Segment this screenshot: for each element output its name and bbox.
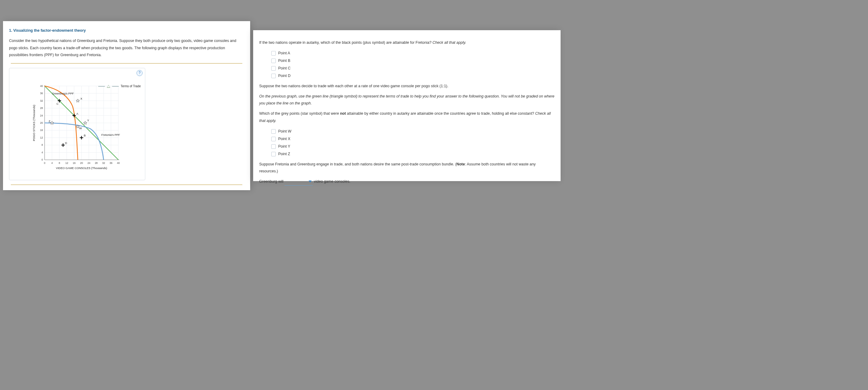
svg-text:C: C: [57, 102, 59, 105]
svg-text:20: 20: [80, 162, 83, 165]
line-icon: [112, 86, 119, 87]
question-heading: 1. Visualizing the factor-endowment theo…: [9, 27, 244, 34]
legend-terms-of-trade[interactable]: Terms of Trade: [98, 83, 141, 89]
svg-text:4: 4: [51, 162, 53, 165]
checkbox-icon[interactable]: [271, 129, 276, 134]
checkbox-icon[interactable]: [271, 51, 276, 56]
point-x-star: [76, 99, 80, 102]
checkbox-icon[interactable]: [271, 152, 276, 156]
point-z-star: [50, 121, 54, 124]
svg-text:D: D: [65, 141, 67, 145]
triangle-icon: [107, 85, 110, 88]
svg-text:32: 32: [40, 99, 43, 102]
q2-option-w[interactable]: Point W: [271, 128, 555, 135]
svg-text:20: 20: [40, 121, 43, 124]
tot-instruction-paragraph: On the previous graph, use the green lin…: [259, 93, 555, 108]
q2-prompt: Which of the grey points (star symbol) t…: [259, 110, 555, 125]
svg-text:0: 0: [44, 162, 45, 165]
q1-prompt: If the two nations operate in autarky, w…: [259, 39, 555, 47]
svg-text:40: 40: [117, 162, 120, 165]
point-d-plus: [62, 144, 64, 146]
chevron-down-icon: [309, 180, 312, 183]
svg-text:X: X: [81, 97, 83, 100]
svg-text:0: 0: [41, 158, 43, 161]
q3-fill-sentence: Greenburg will video game consoles.: [259, 178, 555, 186]
q1-option-d[interactable]: Point D: [271, 72, 555, 80]
svg-text:A: A: [76, 112, 79, 115]
svg-text:24: 24: [40, 114, 43, 117]
checkbox-icon[interactable]: [271, 137, 276, 141]
x-axis-label: VIDEO GAME CONSOLES (Thousands): [56, 166, 107, 170]
q1-option-c[interactable]: Point C: [271, 64, 555, 72]
point-y-star: [84, 121, 87, 124]
checkbox-icon[interactable]: [271, 66, 276, 71]
svg-text:36: 36: [110, 162, 113, 165]
q2-option-x[interactable]: Point X: [271, 135, 555, 143]
svg-marker-62: [76, 99, 80, 102]
svg-text:8: 8: [59, 162, 60, 165]
svg-text:40: 40: [40, 85, 43, 87]
legend: Terms of Trade: [98, 83, 141, 94]
checkbox-icon[interactable]: [271, 59, 276, 63]
question-title: Visualizing the factor-endowment theory: [13, 28, 86, 33]
q2-option-y[interactable]: Point Y: [271, 143, 555, 150]
svg-text:28: 28: [40, 107, 43, 110]
greenburg-ppf-label: Greenburg's PPF: [52, 92, 74, 95]
question-number: 1.: [9, 28, 12, 33]
svg-marker-64: [84, 121, 87, 124]
ppf-chart[interactable]: 0 4 8 12 16 20 24 28 32 36 40 0 4 8 12: [30, 80, 109, 159]
graph-card: ?: [9, 68, 145, 180]
svg-text:16: 16: [40, 129, 43, 132]
greenburg-action-dropdown[interactable]: [284, 178, 313, 186]
svg-text:16: 16: [73, 162, 76, 165]
page-left: 1. Visualizing the factor-endowment theo…: [3, 21, 250, 190]
tot-rate-paragraph: Suppose the two nations decide to trade …: [259, 83, 555, 90]
svg-text:B: B: [84, 134, 86, 137]
svg-text:Y: Y: [87, 119, 89, 122]
line-icon: [98, 86, 105, 87]
divider: [11, 185, 242, 185]
svg-text:4: 4: [41, 151, 43, 154]
svg-text:32: 32: [102, 162, 105, 165]
help-button[interactable]: ?: [136, 70, 143, 76]
svg-text:12: 12: [40, 136, 43, 139]
svg-text:W: W: [79, 127, 82, 130]
svg-text:12: 12: [65, 162, 68, 165]
q3-paragraph: Suppose Fretonia and Greenburg engage in…: [259, 161, 555, 175]
q1-option-a[interactable]: Point A: [271, 50, 555, 57]
checkbox-icon[interactable]: [271, 144, 276, 149]
fretonia-ppf-label: Fretonia's PPF: [101, 133, 120, 136]
checkbox-icon[interactable]: [271, 74, 276, 78]
divider: [11, 63, 242, 64]
svg-marker-58: [50, 121, 54, 124]
point-b-plus: [80, 136, 83, 139]
svg-text:24: 24: [87, 162, 90, 165]
y-axis-label: POGO STICKS (Thousands): [32, 105, 36, 141]
svg-text:28: 28: [95, 162, 98, 165]
intro-paragraph: Consider the two hypothetical nations of…: [9, 37, 244, 59]
legend-label: Terms of Trade: [121, 83, 141, 89]
q2-option-z[interactable]: Point Z: [271, 150, 555, 158]
page-right: If the two nations operate in autarky, w…: [253, 30, 561, 181]
q1-option-b[interactable]: Point B: [271, 57, 555, 64]
svg-text:36: 36: [40, 92, 43, 95]
svg-text:8: 8: [41, 143, 43, 146]
svg-text:Z: Z: [49, 119, 50, 123]
